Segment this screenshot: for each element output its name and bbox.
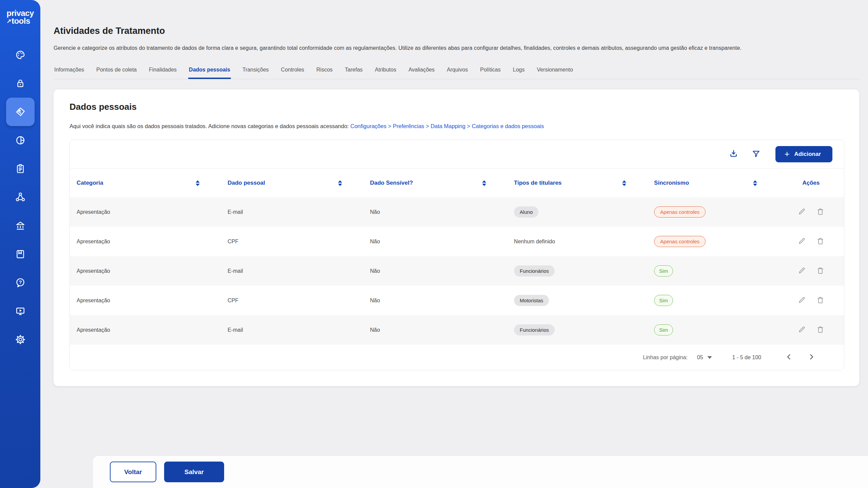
edit-button[interactable] [797,325,806,335]
sort-icon[interactable] [338,180,342,186]
sidebar-item-reports[interactable] [6,126,35,155]
edit-button[interactable] [797,266,806,276]
cell-tipos-titulares: Nenhum definido [507,239,647,245]
card-description: Aqui você indica quais são os dados pess… [70,123,844,129]
add-button[interactable]: + Adicionar [775,146,832,162]
sidebar-item-tutorials[interactable] [6,297,35,325]
sidebar-item-integrations[interactable] [6,183,35,211]
brand-logo[interactable]: privacy ↗tools [6,9,34,25]
sidebar-item-library[interactable] [6,240,35,268]
sincronismo-badge: Sim [654,265,673,277]
sort-icon[interactable] [622,180,626,186]
brand-arrow-icon: ↗ [6,19,11,24]
delete-icon [816,237,825,246]
cell-categoria: Apresentação [70,268,221,274]
hub-icon [15,191,26,203]
sort-icon[interactable] [753,180,757,186]
sincronismo-badge: Apenas controles [654,206,706,218]
save-button[interactable]: Salvar [164,462,224,482]
column-header-categoria[interactable]: Categoria [70,180,221,186]
sidebar-item-security[interactable] [6,69,35,98]
edit-button[interactable] [797,207,806,217]
column-header-tipos-titulares[interactable]: Tipos de titulares [507,180,647,186]
sidebar-item-settings[interactable] [6,325,35,354]
tab-finalidades[interactable]: Finalidades [148,64,177,79]
tab-versionamento[interactable]: Versionamento [536,64,574,79]
edit-button[interactable] [797,237,806,246]
rows-per-page-select[interactable]: 05 [697,354,712,361]
edit-button[interactable] [797,296,806,305]
back-button[interactable]: Voltar [110,462,156,482]
brand-logo-line2: tools [12,17,30,25]
dados-pessoais-card: Dados pessoais Aqui você indica quais sã… [54,89,859,386]
delete-button[interactable] [816,207,825,217]
sidebar-item-appearance[interactable] [6,41,35,69]
filter-icon [752,149,761,159]
plus-icon: + [784,149,789,158]
column-header-label: Dado Sensível? [370,180,413,186]
tab-avaliacoes[interactable]: Avaliações [408,64,435,79]
cell-dado-sensivel: Não [363,239,507,245]
cell-categoria: Apresentação [70,209,221,215]
table-row: Apresentação CPF Não Motoristas Sim [70,286,844,315]
tab-bar: Informações Pontos de coleta Finalidades… [54,64,859,79]
tab-politicas[interactable]: Políticas [479,64,501,79]
sincronismo-badge: Sim [654,324,673,336]
column-header-dado-pessoal[interactable]: Dado pessoal [221,180,363,186]
edit-icon [797,325,806,335]
sidebar: privacy ↗tools [0,0,40,488]
table-body: Apresentação E-mail Não Aluno Apenas con… [70,197,844,345]
tab-controles[interactable]: Controles [280,64,305,79]
book-icon [15,248,26,260]
edit-icon [797,207,806,217]
sincronismo-badge: Apenas controles [654,236,706,247]
delete-icon [816,207,825,217]
sort-icon[interactable] [196,180,200,186]
rows-per-page-label: Linhas por página: [643,354,688,361]
pie-chart-icon [15,135,26,146]
tab-tarefas[interactable]: Tarefas [344,64,363,79]
pagination-bar: Linhas por página: 05 1 - 5 de 100 [70,345,844,370]
cell-dado-sensivel: Não [363,298,507,304]
card-description-text: Aqui você indica quais são os dados pess… [70,123,350,129]
page-description: Gerencie e categorize os atributos do tr… [54,45,859,51]
download-button[interactable] [729,149,738,159]
table-row: Apresentação E-mail Não Funcionários Sim [70,256,844,286]
cell-dado-pessoal: E-mail [221,209,363,215]
palette-icon [15,49,26,61]
cell-dado-sensivel: Não [363,327,507,333]
sidebar-item-governance[interactable] [6,211,35,240]
settings-breadcrumb-link[interactable]: Configurações > Preferências > Data Mapp… [350,123,544,129]
column-header-label: Dado pessoal [228,180,265,186]
bank-icon [15,220,26,231]
column-header-dado-sensivel[interactable]: Dado Sensível? [363,180,507,186]
tab-arquivos[interactable]: Arquivos [446,64,469,79]
delete-button[interactable] [816,237,825,246]
chevron-down-icon [707,356,712,359]
next-page-button[interactable] [807,353,815,362]
tab-transicoes[interactable]: Transições [242,64,270,79]
tab-pontos-de-coleta[interactable]: Pontos de coleta [96,64,137,79]
sort-icon[interactable] [482,180,486,186]
filter-button[interactable] [752,149,761,159]
table-row: Apresentação E-mail Não Funcionários Sim [70,315,844,345]
tab-dados-pessoais[interactable]: Dados pessoais [188,64,231,79]
tab-riscos[interactable]: Riscos [316,64,333,79]
sidebar-item-data-mapping[interactable] [6,98,35,126]
delete-button[interactable] [816,325,825,335]
titular-chip: Funcionários [514,265,555,277]
sidebar-item-help[interactable]: ? [6,268,35,297]
add-button-label: Adicionar [794,151,821,158]
tab-logs[interactable]: Logs [512,64,525,79]
tab-atributos[interactable]: Atributos [374,64,397,79]
previous-page-button[interactable] [785,353,793,362]
page-title: Atividades de Tratamento [54,26,859,36]
tab-informacoes[interactable]: Informações [54,64,85,79]
table-row: Apresentação CPF Não Nenhum definido Ape… [70,227,844,256]
cell-categoria: Apresentação [70,298,221,304]
table-row: Apresentação E-mail Não Aluno Apenas con… [70,197,844,227]
delete-button[interactable] [816,296,825,305]
sidebar-item-assessments[interactable] [6,155,35,183]
column-header-sincronismo[interactable]: Sincronismo [647,180,778,186]
delete-button[interactable] [816,266,825,276]
